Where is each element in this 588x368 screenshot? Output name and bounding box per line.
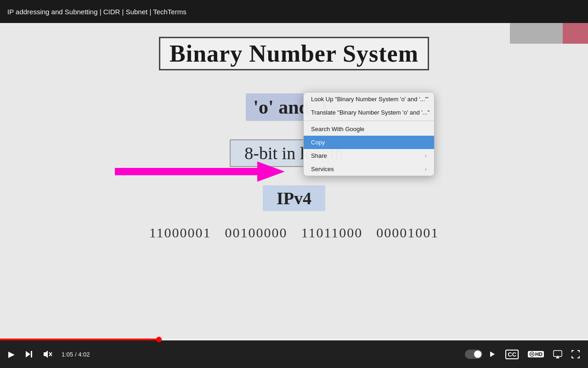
controls-bar: ▶ 1:05 / 4:02	[0, 340, 588, 368]
airplay-button[interactable]	[550, 348, 565, 360]
miniplayer-toggle[interactable]	[465, 350, 482, 359]
context-menu: Look Up "Binary Number System 'o' and '.…	[303, 92, 435, 176]
menu-item-share[interactable]: Share ›	[304, 149, 434, 162]
slide-title: Binary Number System	[159, 37, 429, 70]
svg-rect-2	[31, 351, 32, 357]
binary-octet-1: 11000001	[149, 225, 211, 241]
video-container: IP addressing and Subnetting | CIDR | Su…	[0, 0, 588, 368]
miniplayer-play-btn[interactable]	[486, 349, 499, 360]
menu-item-translate[interactable]: Translate "Binary Number System 'o' and …	[304, 106, 434, 119]
binary-row: 11000001 00100000 11011000 00001001	[149, 225, 439, 241]
svg-marker-3	[44, 351, 48, 358]
progress-dot	[156, 337, 162, 342]
svg-marker-1	[26, 351, 30, 357]
menu-item-lookup[interactable]: Look Up "Binary Number System 'o' and '.…	[304, 92, 434, 106]
progress-fill	[0, 339, 159, 340]
svg-marker-6	[490, 351, 495, 357]
cc-badge: CC	[505, 350, 519, 359]
ipv4-label: IPv4	[263, 185, 325, 211]
toggle-dot	[474, 351, 481, 358]
title-bar: IP addressing and Subnetting | CIDR | Su…	[0, 0, 588, 23]
video-content: Binary Number System 'o' and '1' 8-bit i…	[0, 23, 588, 340]
binary-octet-3: 11011000	[301, 225, 363, 241]
controls-right: CC HD	[465, 348, 582, 361]
binary-octet-2: 00100000	[225, 225, 288, 241]
services-chevron-icon: ›	[425, 166, 427, 172]
menu-item-services[interactable]: Services ›	[304, 162, 434, 176]
cc-button[interactable]: CC	[503, 348, 521, 361]
hd-badge: HD	[528, 351, 544, 357]
menu-divider-1	[304, 121, 434, 121]
play-button[interactable]: ▶	[6, 347, 17, 361]
menu-item-search-google[interactable]: Search With Google	[304, 122, 434, 136]
fullscreen-button[interactable]	[569, 348, 582, 360]
time-display: 1:05 / 4:02	[62, 351, 90, 358]
hd-settings-button[interactable]: HD	[525, 349, 547, 359]
mute-button[interactable]	[40, 348, 55, 360]
svg-marker-12	[556, 356, 560, 358]
window-title: IP addressing and Subnetting | CIDR | Su…	[7, 8, 187, 16]
progress-bar-container[interactable]	[0, 339, 588, 340]
binary-octet-4: 00001001	[376, 225, 439, 241]
menu-item-copy[interactable]: Copy	[304, 136, 434, 149]
middle-row: 'o' and '1'	[0, 93, 588, 121]
share-chevron-icon: ›	[425, 153, 427, 159]
skip-button[interactable]	[22, 348, 36, 360]
